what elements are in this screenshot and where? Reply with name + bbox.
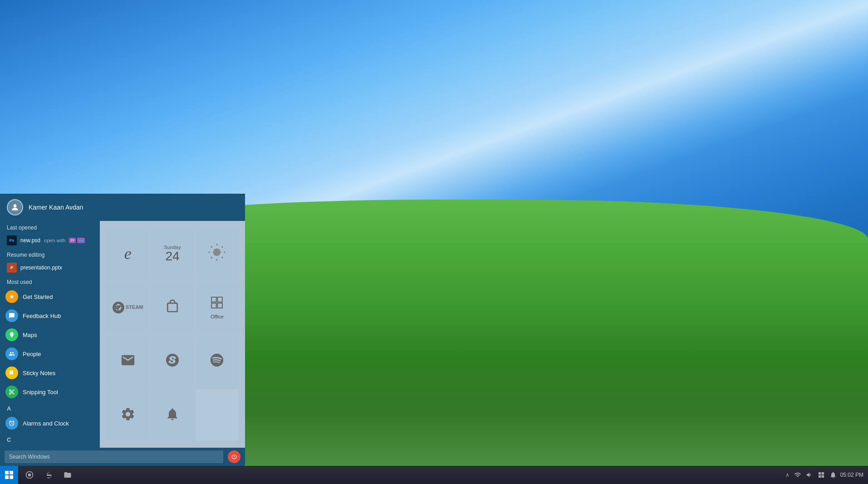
svg-line-8 bbox=[222, 257, 223, 258]
notifications-tray-icon bbox=[829, 471, 837, 479]
app-item-feedback-hub[interactable]: Feedback Hub bbox=[0, 306, 100, 325]
alpha-a: A bbox=[0, 401, 100, 414]
alarms-icon bbox=[5, 417, 18, 430]
taskbar-right: ∧ 05:02 PM bbox=[785, 471, 868, 479]
app-item-people[interactable]: People bbox=[0, 344, 100, 363]
tile-empty bbox=[196, 389, 238, 441]
most-used-label: Most used bbox=[0, 275, 100, 287]
app-name-people: People bbox=[23, 351, 41, 357]
svg-line-7 bbox=[211, 246, 212, 247]
tile-calendar[interactable]: Sunday 24 bbox=[151, 228, 193, 279]
mail-icon bbox=[120, 352, 136, 370]
store-icon bbox=[165, 299, 180, 316]
office-icon bbox=[210, 295, 224, 312]
volume-icon bbox=[806, 471, 813, 479]
spotify-icon bbox=[209, 352, 225, 370]
app-name-maps: Maps bbox=[23, 332, 37, 338]
start-menu: Kamer Kaan Avdan Last opened Ps new.psd … bbox=[0, 194, 245, 466]
sticky-notes-icon bbox=[5, 367, 18, 379]
weather-icon bbox=[208, 243, 226, 264]
ppt-icon: P bbox=[7, 263, 17, 273]
steam-icon: STEAM bbox=[113, 302, 143, 313]
start-search-bar bbox=[0, 448, 245, 466]
svg-rect-14 bbox=[218, 303, 223, 308]
settings-icon bbox=[120, 406, 136, 424]
avatar[interactable] bbox=[7, 199, 23, 215]
svg-rect-11 bbox=[211, 297, 216, 302]
svg-point-0 bbox=[14, 204, 17, 207]
app-item-sticky-notes[interactable]: Sticky Notes bbox=[0, 363, 100, 382]
resume-editing-label: Resume editing bbox=[0, 248, 100, 260]
start-menu-body: Last opened Ps new.psd open with Pr Ae R… bbox=[0, 221, 245, 448]
file-explorer-button[interactable] bbox=[59, 466, 77, 484]
office-label: Office bbox=[211, 314, 224, 319]
tile-notifications[interactable] bbox=[151, 389, 193, 441]
skype-icon bbox=[165, 352, 180, 370]
power-button[interactable] bbox=[228, 450, 240, 463]
start-menu-header: Kamer Kaan Avdan bbox=[0, 194, 245, 221]
tile-store[interactable] bbox=[151, 282, 193, 333]
app-item-alarms[interactable]: Alarms and Clock bbox=[0, 414, 100, 433]
get-started-icon bbox=[5, 290, 18, 303]
svg-point-2 bbox=[213, 249, 221, 256]
taskbar-time: 05:02 PM bbox=[840, 472, 863, 478]
system-tray-icons: ∧ bbox=[785, 471, 837, 479]
feedback-hub-icon bbox=[5, 309, 18, 322]
recent-file-name: new.psd bbox=[20, 237, 40, 244]
cortana-button[interactable] bbox=[20, 466, 39, 484]
wifi-icon bbox=[794, 471, 801, 479]
tiles-panel: e Sunday 24 bbox=[100, 221, 245, 448]
svg-line-10 bbox=[222, 246, 223, 247]
tile-edge[interactable]: e bbox=[107, 228, 149, 279]
maps-icon bbox=[5, 328, 18, 341]
calendar-date: 24 bbox=[165, 250, 179, 263]
app-name-get-started: Get Started bbox=[23, 293, 53, 300]
windows-start-icon bbox=[818, 471, 825, 479]
people-icon bbox=[5, 347, 18, 360]
svg-line-9 bbox=[211, 257, 212, 258]
open-with-tags: Pr Ae bbox=[69, 238, 85, 243]
taskbar: ∧ 05:02 PM bbox=[0, 466, 868, 484]
tile-weather[interactable] bbox=[196, 228, 238, 279]
resume-file-name: presentation.pptx bbox=[20, 264, 62, 271]
tile-steam[interactable]: STEAM bbox=[107, 282, 149, 333]
tag-premiere: Pr bbox=[69, 238, 76, 243]
last-opened-label: Last opened bbox=[0, 221, 100, 233]
app-name-alarms: Alarms and Clock bbox=[23, 420, 69, 427]
svg-point-16 bbox=[28, 474, 31, 477]
tag-after-effects: Ae bbox=[77, 238, 85, 243]
start-menu-left: Last opened Ps new.psd open with Pr Ae R… bbox=[0, 221, 100, 448]
edge-tile-icon: e bbox=[124, 245, 132, 262]
user-name-label: Kamer Kaan Avdan bbox=[29, 204, 83, 211]
snipping-tool-icon bbox=[5, 386, 18, 398]
taskbar-icons bbox=[18, 466, 79, 484]
app-item-snipping-tool[interactable]: Snipping Tool bbox=[0, 382, 100, 401]
app-item-maps[interactable]: Maps bbox=[0, 325, 100, 344]
tile-settings[interactable] bbox=[107, 389, 149, 441]
tile-mail[interactable] bbox=[107, 336, 149, 387]
start-button[interactable] bbox=[0, 466, 18, 484]
app-name-snipping-tool: Snipping Tool bbox=[23, 389, 58, 396]
notifications-icon bbox=[165, 407, 180, 424]
tile-skype[interactable] bbox=[151, 336, 193, 387]
resume-file-item[interactable]: P presentation.pptx bbox=[0, 260, 100, 275]
svg-rect-13 bbox=[211, 303, 216, 308]
ps-icon: Ps bbox=[7, 235, 17, 245]
tile-spotify[interactable] bbox=[196, 336, 238, 387]
windows-logo bbox=[5, 471, 13, 479]
open-with-label: open with bbox=[44, 238, 65, 243]
app-name-feedback-hub: Feedback Hub bbox=[23, 313, 61, 319]
recent-file-item[interactable]: Ps new.psd open with Pr Ae bbox=[0, 233, 100, 248]
app-name-sticky-notes: Sticky Notes bbox=[23, 370, 55, 376]
search-input[interactable] bbox=[5, 450, 223, 463]
alpha-c: C bbox=[0, 433, 100, 445]
app-item-get-started[interactable]: Get Started bbox=[0, 287, 100, 306]
edge-taskbar-button[interactable] bbox=[39, 466, 58, 484]
svg-rect-12 bbox=[218, 297, 223, 302]
tile-office[interactable]: Office bbox=[196, 282, 238, 333]
chevron-up-icon[interactable]: ∧ bbox=[785, 472, 790, 478]
